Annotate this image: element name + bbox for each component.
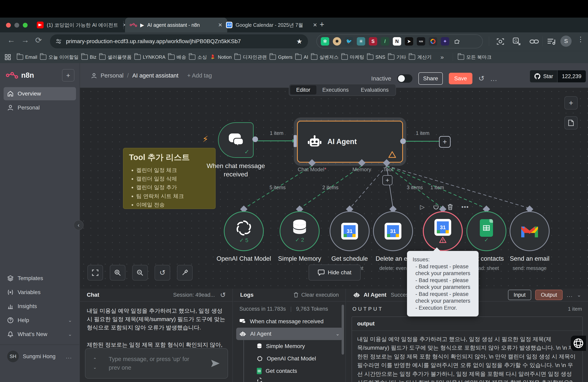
- bookmark-notion[interactable]: 💄Notion: [210, 54, 231, 60]
- window-close-button[interactable]: [6, 23, 11, 28]
- workflow-more-icon[interactable]: ...: [490, 75, 497, 82]
- bookmark-folder[interactable]: Biz: [81, 54, 96, 60]
- browser-tab-calendar[interactable]: 22 Google Calendar - 2025년 7월 ✕: [221, 18, 322, 32]
- apps-grid-icon[interactable]: [5, 54, 11, 60]
- log-row-openai-model[interactable]: OpenAI Chat Model: [244, 352, 343, 365]
- output-more-icon[interactable]: ...: [567, 291, 573, 298]
- chat-input[interactable]: ⌃⌄ Type message, or press 'up' for prev …: [85, 348, 228, 379]
- hide-chat-button[interactable]: Hide chat: [309, 265, 361, 281]
- profile-avatar[interactable]: S: [560, 36, 572, 47]
- node-openai-chat-model[interactable]: ✓ 5: [224, 211, 264, 251]
- node-get-contacts[interactable]: ✓: [466, 211, 506, 251]
- tab-close-icon[interactable]: ✕: [313, 22, 317, 28]
- history-icon[interactable]: ↺: [478, 74, 484, 83]
- node-send-email[interactable]: [510, 211, 550, 251]
- tidy-up-button[interactable]: [177, 265, 193, 281]
- log-row-trigger[interactable]: When chat message received: [236, 315, 343, 328]
- bookmark-folder[interactable]: 배송: [168, 54, 186, 60]
- chat-session[interactable]: Session: 49ead...: [173, 292, 215, 298]
- input-endpoint[interactable]: [294, 135, 297, 147]
- undo-button[interactable]: ↺: [155, 265, 170, 281]
- browser-menu-icon[interactable]: ⋮: [577, 35, 584, 43]
- bookmark-folder[interactable]: 마케팅: [341, 54, 364, 60]
- play-icon[interactable]: ▷: [420, 203, 425, 210]
- add-tool-button[interactable]: +: [382, 175, 392, 185]
- add-node-button[interactable]: +: [439, 136, 451, 148]
- trash-icon[interactable]: [447, 204, 453, 210]
- html-to-design-icon[interactable]: h2d: [417, 37, 425, 46]
- canvas-sticky-note-button[interactable]: [564, 116, 578, 130]
- sidebar-item-whats-new[interactable]: What's New ⌄: [4, 328, 76, 341]
- bird-icon[interactable]: 🐦: [345, 37, 353, 46]
- input-tab-button[interactable]: Input: [508, 290, 531, 300]
- google-colors-icon[interactable]: [429, 37, 437, 46]
- ai-agent-node[interactable]: AI Agent: [297, 121, 403, 163]
- bookmark-folder[interactable]: 기타: [388, 54, 406, 60]
- teal-asterisk-icon[interactable]: ✳: [357, 37, 365, 46]
- browser-tab-n8n[interactable]: ▶ AI agent assistant - n8n ✕: [125, 18, 227, 32]
- bookmark-folder[interactable]: 소싱: [189, 54, 207, 60]
- sidebar-collapse-handle[interactable]: ‹: [74, 220, 84, 230]
- chevron-down-icon[interactable]: ⌄: [577, 292, 581, 298]
- active-toggle[interactable]: [397, 74, 412, 83]
- screen-recorder-widget[interactable]: [571, 336, 586, 351]
- forward-button[interactable]: →: [21, 36, 29, 45]
- user-menu[interactable]: SH Sungmi Hong ...: [4, 348, 76, 364]
- tab-evaluations[interactable]: Evaluations: [355, 85, 395, 95]
- send-icon[interactable]: [211, 360, 220, 367]
- node-simple-memory[interactable]: ✓ 2: [280, 211, 320, 251]
- paper-plane-icon[interactable]: ➤: [405, 37, 413, 46]
- sidebar-item-help[interactable]: Help ⌄: [4, 314, 76, 327]
- node-delete-event[interactable]: 31: [373, 211, 413, 251]
- github-star-widget[interactable]: Star 122,239: [530, 70, 586, 83]
- canvas-add-node-button[interactable]: +: [564, 96, 578, 110]
- log-row-clipped[interactable]: [244, 377, 343, 382]
- reload-button[interactable]: ⟳: [35, 36, 42, 45]
- sidebar-item-templates[interactable]: Templates: [4, 272, 76, 285]
- share-button[interactable]: Share: [419, 72, 443, 85]
- logs-scrollbar[interactable]: [342, 305, 344, 355]
- notion-icon[interactable]: N: [393, 37, 401, 46]
- reading-list-icon[interactable]: [547, 38, 556, 45]
- workflow-title[interactable]: AI agent assistant: [132, 72, 179, 79]
- history-chevrons[interactable]: ⌃⌄: [93, 358, 97, 369]
- bookmark-folder[interactable]: Email: [17, 54, 37, 60]
- bookmark-folder[interactable]: 실벤저스: [311, 54, 339, 60]
- extensions-puzzle-icon[interactable]: [453, 37, 461, 46]
- chevron-down-icon[interactable]: ⌄: [336, 331, 340, 337]
- sidebar-item-variables[interactable]: Variables: [4, 286, 76, 299]
- more-icon[interactable]: •••: [462, 204, 469, 210]
- zoom-to-fit-button[interactable]: [87, 265, 103, 281]
- sticky-note[interactable]: Tool 추가 리스트 켈린더 일정 체크 캘린더 일정 삭제 캘린더 일정 추…: [123, 148, 216, 209]
- node-get-schedule[interactable]: 31: [330, 211, 370, 251]
- bookmark-folder[interactable]: Gpters: [270, 54, 293, 60]
- window-zoom-button[interactable]: [23, 23, 28, 28]
- gemini-icon[interactable]: ✦: [441, 37, 449, 46]
- back-button[interactable]: ←: [7, 36, 15, 45]
- sidebar-item-insights[interactable]: Insights: [4, 300, 76, 313]
- bookmark-star-icon[interactable]: ★: [296, 37, 302, 45]
- site-settings-icon[interactable]: [56, 38, 62, 44]
- red-s-icon[interactable]: S: [369, 37, 377, 46]
- output-endpoint[interactable]: [400, 138, 406, 144]
- translate-icon[interactable]: G: [512, 37, 521, 46]
- browser-tab-youtube[interactable]: (1) 코딩없이 가능한 AI 에이전트! 초 ✕: [32, 18, 132, 32]
- bookmark-folder[interactable]: 셀러플랫폼: [99, 54, 132, 60]
- output-tab-button[interactable]: Output: [535, 290, 563, 300]
- output-endpoint[interactable]: [252, 136, 258, 142]
- bookmark-folder[interactable]: LYNKORA: [134, 54, 165, 60]
- zoom-in-button[interactable]: [110, 265, 126, 281]
- node-create-event-error[interactable]: 31: [423, 211, 463, 251]
- power-icon[interactable]: [433, 204, 439, 210]
- bookmark-folder[interactable]: 계산기: [409, 54, 432, 60]
- log-row-simple-memory[interactable]: Simple Memory: [244, 340, 343, 352]
- user-more-icon[interactable]: ...: [66, 353, 72, 360]
- new-tab-button[interactable]: +: [320, 20, 324, 29]
- all-bookmarks[interactable]: 모든 북마크: [458, 54, 492, 60]
- bookmark-folder[interactable]: 오늘 이어할일: [40, 54, 79, 60]
- sidebar-item-overview[interactable]: Overview: [4, 87, 76, 100]
- green-slash-icon[interactable]: /: [381, 37, 389, 46]
- sidebar-item-personal[interactable]: Personal: [4, 101, 76, 114]
- output-field-key[interactable]: output: [352, 317, 582, 331]
- chat-trigger-node[interactable]: ✓: [218, 122, 253, 158]
